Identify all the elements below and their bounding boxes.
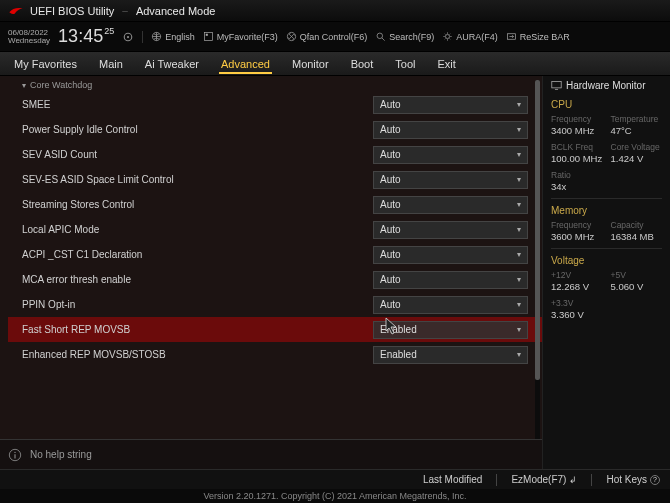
setting-value: Auto [380, 249, 401, 260]
setting-dropdown[interactable]: Auto [373, 121, 528, 139]
setting-dropdown[interactable]: Enabled [373, 346, 528, 364]
setting-dropdown[interactable]: Auto [373, 271, 528, 289]
setting-dropdown[interactable]: Auto [373, 296, 528, 314]
svg-point-6 [377, 33, 383, 39]
setting-row[interactable]: Fast Short REP MOVSBEnabled [8, 317, 542, 342]
svg-rect-4 [205, 34, 207, 36]
aura-button[interactable]: AURA(F4) [442, 31, 498, 42]
setting-row[interactable]: SMEEAuto [8, 92, 542, 117]
svg-point-13 [14, 451, 15, 452]
hw-monitor-title: Hardware Monitor [551, 80, 662, 91]
fan-icon [286, 31, 297, 42]
setting-row[interactable]: PPIN Opt-inAuto [8, 292, 542, 317]
setting-value: Auto [380, 274, 401, 285]
setting-dropdown[interactable]: Auto [373, 96, 528, 114]
info-bar: 06/08/2022 Wednesday 13:4525 English MyF… [0, 22, 670, 52]
qfan-button[interactable]: Qfan Control(F6) [286, 31, 368, 42]
setting-label: Streaming Stores Control [22, 199, 373, 210]
section-header[interactable]: Core Watchdog [8, 78, 542, 92]
search-button[interactable]: Search(F9) [375, 31, 434, 42]
resize-icon [506, 31, 517, 42]
setting-value: Auto [380, 99, 401, 110]
svg-rect-3 [204, 32, 212, 40]
last-modified-button[interactable]: Last Modified [423, 474, 482, 485]
setting-value: Auto [380, 174, 401, 185]
setting-label: SMEE [22, 99, 373, 110]
svg-point-1 [127, 35, 129, 37]
scrollbar[interactable] [535, 80, 540, 465]
svg-rect-10 [552, 82, 561, 88]
setting-label: Enhanced REP MOVSB/STOSB [22, 349, 373, 360]
app-title: UEFI BIOS Utility [30, 5, 114, 17]
aura-icon [442, 31, 453, 42]
setting-dropdown[interactable]: Auto [373, 196, 528, 214]
clock: 13:4525 [58, 26, 114, 47]
scrollbar-thumb[interactable] [535, 80, 540, 380]
setting-row[interactable]: ACPI _CST C1 DeclarationAuto [8, 242, 542, 267]
setting-row[interactable]: SEV ASID CountAuto [8, 142, 542, 167]
app-mode: Advanced Mode [136, 5, 216, 17]
setting-dropdown[interactable]: Enabled [373, 321, 528, 339]
setting-label: Local APIC Mode [22, 224, 373, 235]
setting-label: SEV-ES ASID Space Limit Control [22, 174, 373, 185]
footer-bar: Last Modified EzMode(F7)↲ Hot Keys? [0, 469, 670, 489]
setting-dropdown[interactable]: Auto [373, 221, 528, 239]
menu-tab-my-favorites[interactable]: My Favorites [12, 54, 79, 74]
setting-value: Auto [380, 199, 401, 210]
monitor-icon [551, 80, 562, 91]
weekday: Wednesday [8, 37, 50, 45]
setting-dropdown[interactable]: Auto [373, 246, 528, 264]
menu-tab-exit[interactable]: Exit [435, 54, 457, 74]
menu-tab-advanced[interactable]: Advanced [219, 54, 272, 74]
setting-value: Enabled [380, 349, 417, 360]
setting-label: Power Supply Idle Control [22, 124, 373, 135]
language-selector[interactable]: English [151, 31, 195, 42]
help-icon: ? [650, 475, 660, 485]
help-text: No help string [30, 449, 92, 460]
search-icon [375, 31, 386, 42]
setting-label: SEV ASID Count [22, 149, 373, 160]
help-bar: No help string [0, 439, 542, 469]
menu-tab-monitor[interactable]: Monitor [290, 54, 331, 74]
svg-line-7 [382, 38, 385, 41]
hw-memory-header: Memory [551, 205, 662, 216]
resize-bar-button[interactable]: ReSize BAR [506, 31, 570, 42]
globe-icon [151, 31, 162, 42]
setting-value: Auto [380, 299, 401, 310]
clock-settings-icon[interactable] [122, 31, 134, 43]
hw-cpu-header: CPU [551, 99, 662, 110]
setting-row[interactable]: Power Supply Idle ControlAuto [8, 117, 542, 142]
version-bar: Version 2.20.1271. Copyright (C) 2021 Am… [0, 489, 670, 503]
favorite-icon [203, 31, 214, 42]
window-titlebar: UEFI BIOS Utility – Advanced Mode [0, 0, 670, 22]
date-block: 06/08/2022 Wednesday [8, 29, 50, 45]
menu-tab-main[interactable]: Main [97, 54, 125, 74]
setting-value: Enabled [380, 324, 417, 335]
main-menu-tabs: My FavoritesMainAi TweakerAdvancedMonito… [0, 52, 670, 76]
setting-row[interactable]: MCA error thresh enableAuto [8, 267, 542, 292]
hotkeys-button[interactable]: Hot Keys? [606, 474, 660, 485]
setting-value: Auto [380, 224, 401, 235]
setting-label: PPIN Opt-in [22, 299, 373, 310]
hw-voltage-header: Voltage [551, 255, 662, 266]
setting-dropdown[interactable]: Auto [373, 146, 528, 164]
setting-value: Auto [380, 149, 401, 160]
setting-value: Auto [380, 124, 401, 135]
setting-row[interactable]: Enhanced REP MOVSB/STOSBEnabled [8, 342, 542, 367]
setting-label: ACPI _CST C1 Declaration [22, 249, 373, 260]
settings-panel: Core Watchdog SMEEAutoPower Supply Idle … [0, 76, 542, 469]
setting-row[interactable]: Streaming Stores ControlAuto [8, 192, 542, 217]
setting-row[interactable]: Local APIC ModeAuto [8, 217, 542, 242]
myfavorite-button[interactable]: MyFavorite(F3) [203, 31, 278, 42]
setting-dropdown[interactable]: Auto [373, 171, 528, 189]
menu-tab-boot[interactable]: Boot [349, 54, 376, 74]
ezmode-button[interactable]: EzMode(F7)↲ [511, 474, 577, 485]
menu-tab-tool[interactable]: Tool [393, 54, 417, 74]
setting-label: MCA error thresh enable [22, 274, 373, 285]
rog-logo-icon [8, 5, 24, 17]
svg-point-8 [446, 34, 450, 38]
info-icon [8, 448, 22, 462]
setting-label: Fast Short REP MOVSB [22, 324, 373, 335]
setting-row[interactable]: SEV-ES ASID Space Limit ControlAuto [8, 167, 542, 192]
menu-tab-ai-tweaker[interactable]: Ai Tweaker [143, 54, 201, 74]
